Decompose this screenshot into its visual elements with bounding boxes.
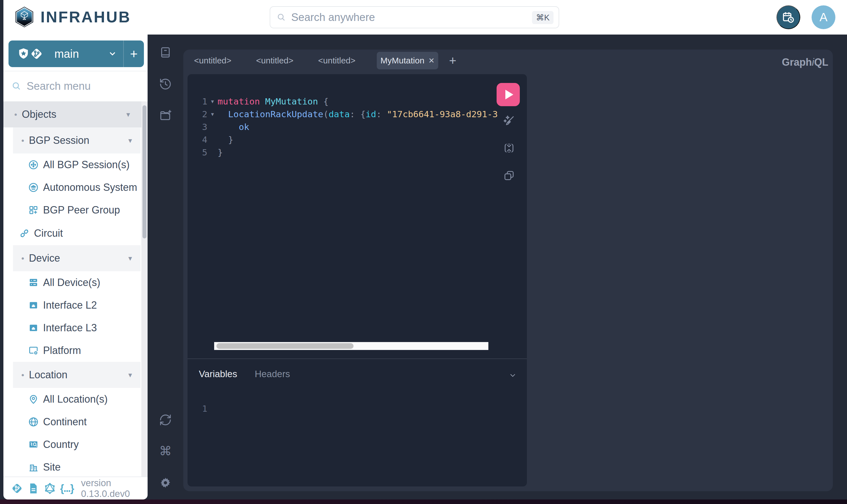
- graphql-icon[interactable]: [43, 482, 56, 494]
- platform-icon: [28, 345, 39, 356]
- autonomous-system-icon: [28, 182, 39, 193]
- sidebar-item-continent[interactable]: Continent: [3, 411, 147, 433]
- sidebar-item-all-locations[interactable]: All Location(s): [3, 388, 147, 411]
- code-line: 1 ▾ mutation MyMutation {: [188, 95, 527, 108]
- sidebar-item-autonomous-system[interactable]: Autonomous System: [3, 176, 147, 199]
- sidebar-group-location[interactable]: ● Location ▾: [13, 362, 141, 388]
- refresh-icon: [159, 413, 172, 427]
- query-editor[interactable]: 1 ▾ mutation MyMutation { 2 ▾ LocationRa…: [188, 95, 527, 159]
- bullet-icon: ●: [14, 112, 17, 117]
- tab-mymutation[interactable]: MyMutation ✕: [377, 52, 438, 69]
- fold-caret-icon[interactable]: ▾: [207, 95, 217, 108]
- docs-icon[interactable]: [27, 482, 40, 494]
- folder-plus-icon: [159, 109, 172, 122]
- tab-variables[interactable]: Variables: [199, 368, 237, 379]
- graphiql-logo: GraphiQL: [782, 56, 828, 68]
- global-search[interactable]: ⌘K: [270, 6, 559, 28]
- session-divider[interactable]: [188, 358, 527, 359]
- sidebar-group-device[interactable]: ● Device ▾: [13, 245, 141, 271]
- country-map-icon: [28, 439, 39, 450]
- search-icon: [277, 13, 286, 22]
- editor-horizontal-scrollbar[interactable]: [214, 342, 488, 350]
- sidebar-menu: ● Objects ▾ ● BGP Session ▾ All BGP Sess…: [3, 101, 147, 476]
- merge-fragments-button[interactable]: [502, 142, 515, 155]
- json-braces-icon[interactable]: {...}: [60, 483, 74, 494]
- menu-scrollbar-thumb[interactable]: [142, 105, 146, 238]
- circuit-icon: [19, 228, 30, 239]
- copy-icon: [502, 169, 515, 182]
- sidebar-item-interface-l2[interactable]: Interface L2: [3, 294, 147, 317]
- tab-untitled-1[interactable]: <untitled>: [194, 52, 231, 69]
- sidebar-footer: {...} version 0.13.0.dev0: [3, 476, 147, 500]
- prettify-button[interactable]: [502, 114, 515, 127]
- variables-line-number: 1: [188, 403, 207, 414]
- menu-search-input[interactable]: [27, 77, 134, 95]
- bullet-icon: ●: [21, 372, 24, 377]
- branch-name: main: [54, 48, 79, 60]
- caret-down-icon: ▾: [128, 136, 132, 145]
- execute-query-button[interactable]: [497, 83, 520, 106]
- copy-query-button[interactable]: [502, 169, 515, 182]
- infrahub-logo[interactable]: INFRAHUB: [15, 3, 131, 31]
- add-branch-button[interactable]: +: [124, 40, 144, 67]
- editor-tools-tabs: Variables Headers: [199, 368, 290, 379]
- settings-button[interactable]: [159, 476, 172, 489]
- git-branch-icon: [30, 47, 43, 60]
- sidebar-group-bgp-session[interactable]: ● BGP Session ▾: [13, 127, 141, 154]
- prettify-broom-icon: [502, 114, 515, 127]
- command-icon: ⌘: [159, 444, 172, 458]
- docs-book-icon: [159, 46, 172, 59]
- fold-caret-icon[interactable]: ▾: [207, 108, 217, 121]
- sidebar-item-all-bgp-sessions[interactable]: All BGP Session(s): [3, 154, 147, 176]
- bgp-peer-group-icon: [28, 204, 39, 216]
- caret-down-icon: ▾: [128, 371, 132, 379]
- sidebar-item-all-devices[interactable]: All Device(s): [3, 271, 147, 294]
- new-tab-button[interactable]: +: [446, 52, 460, 69]
- editor-scrollbar-thumb[interactable]: [216, 343, 354, 349]
- sidebar: INFRAHUB main +: [3, 0, 147, 500]
- close-tab-icon[interactable]: ✕: [428, 56, 435, 65]
- caret-down-icon: ▾: [126, 110, 130, 119]
- bullet-icon: ●: [21, 256, 24, 261]
- caret-down-icon: ▾: [128, 254, 132, 263]
- site-building-icon: [28, 462, 39, 473]
- graphiql-workspace: ⌘ <untitled> <untitled> <untitled> MyMut…: [147, 35, 847, 500]
- sidebar-item-bgp-peer-group[interactable]: BGP Peer Group: [3, 199, 147, 221]
- sidebar-item-platform[interactable]: Platform: [3, 339, 147, 362]
- collapse-chevron-icon[interactable]: [509, 372, 517, 379]
- refetch-schema-button[interactable]: [159, 413, 172, 427]
- global-search-input[interactable]: [291, 11, 559, 23]
- menu-scrollbar[interactable]: [141, 101, 147, 476]
- sidebar-group-objects[interactable]: ● Objects ▾: [3, 101, 147, 127]
- docs-panel-button[interactable]: [159, 46, 172, 59]
- menu-search: [3, 71, 147, 101]
- tab-untitled-2[interactable]: <untitled>: [256, 52, 294, 69]
- continent-globe-icon: [28, 416, 39, 428]
- merge-icon: [502, 142, 515, 155]
- time-travel-button[interactable]: [776, 5, 800, 29]
- tab-headers[interactable]: Headers: [255, 368, 290, 379]
- avatar[interactable]: A: [812, 5, 835, 29]
- sidebar-item-site[interactable]: Site: [3, 456, 147, 476]
- interface-port-icon: [28, 300, 39, 311]
- shortcuts-button[interactable]: ⌘: [159, 445, 172, 457]
- sidebar-item-interface-l3[interactable]: Interface L3: [3, 317, 147, 339]
- git-icon[interactable]: [11, 482, 23, 494]
- code-line: 4 }: [188, 133, 527, 146]
- device-server-icon: [28, 277, 39, 288]
- sidebar-item-country[interactable]: Country: [3, 433, 147, 456]
- bullet-icon: ●: [21, 138, 24, 143]
- history-panel-button[interactable]: [159, 77, 172, 91]
- bgp-session-icon: [28, 159, 39, 170]
- infrahub-hexagon-icon: [15, 3, 34, 31]
- sidebar-item-circuit[interactable]: Circuit: [3, 221, 147, 245]
- tab-untitled-3[interactable]: <untitled>: [318, 52, 355, 69]
- chevron-down-icon: [108, 50, 117, 58]
- graphiql-panel: <untitled> <untitled> <untitled> MyMutat…: [183, 50, 833, 491]
- code-line: 3 ok: [188, 121, 527, 133]
- shield-star-icon: [17, 47, 30, 60]
- explorer-panel-button[interactable]: [159, 109, 172, 122]
- location-pin-icon: [28, 394, 39, 405]
- branch-selector[interactable]: main +: [8, 40, 144, 67]
- code-line: 5 }: [188, 146, 527, 159]
